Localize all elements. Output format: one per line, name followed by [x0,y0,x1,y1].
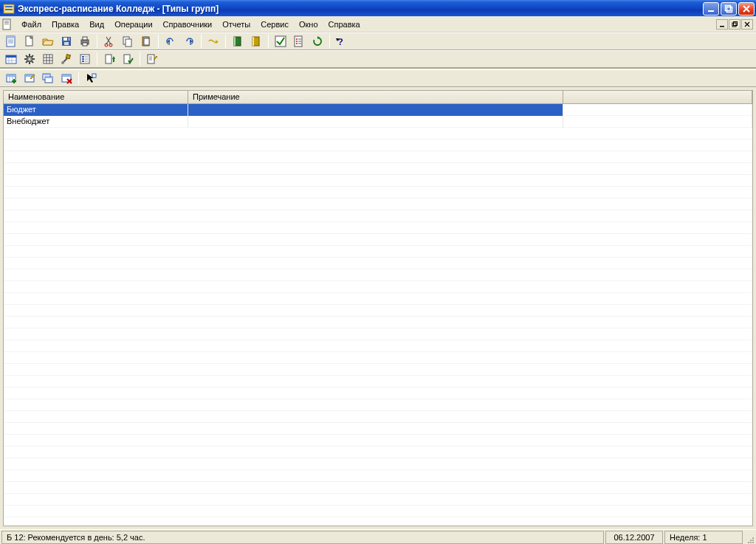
menu-reports[interactable]: Отчеты [217,18,255,31]
status-bar: Б 12: Рекомендуется в день: 5,2 час. 06.… [0,529,756,544]
help-icon[interactable]: ? [334,33,350,49]
new-icon[interactable] [21,33,38,49]
svg-marker-82 [112,56,115,59]
svg-rect-7 [4,21,9,21]
status-week: Неделя: 1 [664,531,743,544]
minimize-button[interactable] [703,2,719,16]
open-icon[interactable] [40,33,56,49]
window-title: Экспресс-расписание Колледж - [Типы груп… [18,4,219,14]
menu-directories[interactable]: Справочники [158,18,218,31]
book2-icon[interactable] [248,33,264,49]
data-grid[interactable]: Наименование Примечание БюджетВнебюджет [3,90,753,526]
svg-rect-4 [726,5,731,10]
doc-up-icon[interactable] [101,51,117,67]
svg-rect-8 [4,22,9,23]
menu-operations[interactable]: Операции [109,18,157,31]
svg-rect-106 [750,542,752,543]
menu-file[interactable]: Файл [16,18,47,31]
toolbar-separator [158,35,159,48]
cell-note [188,116,563,128]
toolbar-separator [97,52,97,66]
close-button[interactable] [738,2,755,16]
save-icon[interactable] [58,33,75,49]
refresh-icon[interactable] [309,33,326,49]
child-toolbar [0,69,756,87]
cell-note [188,104,563,116]
svg-rect-83 [113,59,114,62]
svg-rect-102 [62,75,71,77]
svg-rect-90 [7,75,16,77]
redo-icon[interactable] [181,33,197,49]
toolbar-separator [268,35,269,48]
svg-rect-12 [734,21,738,25]
toolbar-separator [329,35,330,48]
svg-line-62 [26,55,27,57]
svg-rect-11 [732,23,736,27]
cell-name: Бюджет [4,104,188,116]
toolbar-separator [225,35,226,48]
edit-doc-icon[interactable] [144,51,160,67]
svg-rect-25 [83,37,87,40]
maximize-button[interactable] [721,2,737,16]
add-icon[interactable] [3,70,19,86]
doc-check-icon[interactable] [120,51,136,67]
pick-icon[interactable] [83,70,99,86]
grid-icon[interactable] [40,51,56,67]
svg-line-64 [26,61,27,63]
table-row[interactable]: Бюджет [4,104,752,116]
cell-empty [563,104,752,116]
book1-icon[interactable] [230,33,246,49]
props-icon[interactable] [77,51,93,67]
resize-grip[interactable] [744,531,755,544]
tools-icon[interactable] [58,51,75,67]
svg-rect-3 [708,10,714,12]
svg-rect-77 [82,61,84,62]
edit-icon[interactable] [21,70,38,86]
svg-rect-5 [727,7,732,12]
sheet-icon[interactable] [3,33,19,49]
check-icon[interactable] [272,33,289,49]
svg-rect-9 [4,24,9,24]
svg-rect-10 [720,26,724,27]
cut-icon[interactable] [101,33,117,49]
copy-icon[interactable] [120,33,136,49]
svg-rect-1 [5,6,13,7]
paste-icon[interactable] [138,33,154,49]
svg-line-65 [32,55,33,57]
copy-row-icon[interactable] [40,70,56,86]
menu-service[interactable]: Сервис [255,18,294,31]
mdi-doc-icon [1,18,13,30]
gear-icon[interactable] [21,51,38,67]
cell-empty [563,116,752,128]
menu-bar: Файл Правка Вид Операции Справочники Отч… [0,16,756,32]
column-header-note[interactable]: Примечание [188,91,563,103]
calendar-icon[interactable] [3,51,19,67]
undo-icon[interactable] [162,33,179,49]
svg-rect-110 [752,537,754,539]
cell-name: Внебюджет [4,116,188,128]
delete-icon[interactable] [58,70,75,86]
mdi-restore-button[interactable] [729,19,740,30]
menu-help[interactable]: Справка [323,18,365,31]
menu-window[interactable]: Окно [294,18,323,31]
svg-rect-72 [66,55,70,59]
column-header-name[interactable]: Наименование [4,91,188,103]
menu-edit[interactable]: Правка [47,18,84,31]
svg-point-45 [296,43,298,44]
mdi-close-button[interactable] [741,19,753,30]
execute-icon[interactable] [205,33,221,49]
svg-rect-108 [748,542,749,543]
print-icon[interactable] [77,33,93,49]
menu-view[interactable]: Вид [84,18,109,31]
svg-point-44 [296,41,298,42]
grid-body[interactable]: БюджетВнебюджет [4,104,752,526]
mdi-minimize-button[interactable] [716,19,728,30]
toolbar-separator [140,52,140,66]
svg-point-43 [296,38,298,40]
task-icon[interactable] [291,33,307,49]
column-header-empty [563,91,752,103]
table-row[interactable]: Внебюджет [4,116,752,128]
svg-rect-22 [64,42,69,45]
svg-rect-109 [750,540,752,541]
svg-rect-75 [82,56,84,58]
